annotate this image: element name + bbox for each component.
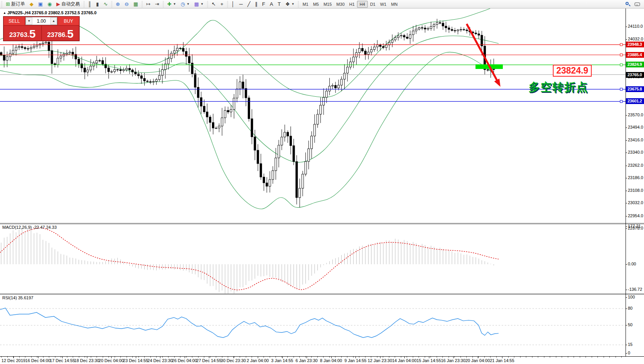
charts-profile-button[interactable]: ▣ xyxy=(36,0,45,8)
new-order-button[interactable]: ⊞新订单 xyxy=(3,0,27,8)
line-chart-button[interactable]: ∿ xyxy=(101,0,110,8)
sell-button[interactable]: SELL xyxy=(3,17,25,25)
bear-candle xyxy=(442,23,444,26)
timeframe-w1-button[interactable]: W1 xyxy=(378,1,389,8)
horizontal-line-button[interactable]: ─ xyxy=(237,0,245,8)
line-anchor-marker[interactable] xyxy=(620,100,622,102)
price-tick-label: 0.00 xyxy=(628,262,636,266)
fibonacci-button[interactable]: F xyxy=(260,0,267,8)
timeframe-m30-button[interactable]: M30 xyxy=(334,1,347,8)
dropdown-caret-icon[interactable]: ▼ xyxy=(291,2,294,6)
time-tick-label: 24 Dec 23:30 xyxy=(147,358,172,363)
price-badge: 23824.9 xyxy=(626,62,644,67)
macd-signal-line xyxy=(0,228,499,290)
volume-increase-button[interactable]: ▲ xyxy=(50,17,57,25)
timeframe-d1-button[interactable]: D1 xyxy=(368,1,378,8)
time-minor-tick xyxy=(61,357,61,357)
time-minor-tick xyxy=(13,357,13,357)
time-minor-tick xyxy=(556,357,556,357)
price-pane[interactable] xyxy=(0,8,626,223)
bull-candle xyxy=(460,29,462,30)
dropdown-caret-icon[interactable]: ▼ xyxy=(187,2,190,6)
time-minor-tick xyxy=(490,357,491,357)
macd-pane[interactable] xyxy=(0,224,626,294)
templates-button[interactable]: ▩▼ xyxy=(192,0,206,8)
line-anchor-marker[interactable] xyxy=(620,54,622,56)
bear-candle xyxy=(143,79,145,81)
bear-candle xyxy=(263,177,265,183)
time-minor-tick xyxy=(85,357,85,357)
bull-candle xyxy=(269,179,271,186)
time-minor-tick xyxy=(222,357,222,357)
crosshair-button[interactable]: + xyxy=(218,0,226,8)
bear-candle xyxy=(266,183,268,186)
line-anchor-marker[interactable] xyxy=(620,64,622,66)
label-button[interactable]: T xyxy=(275,0,283,8)
tile-windows-button[interactable]: ▦ xyxy=(131,0,140,8)
search-icon[interactable] xyxy=(625,2,631,7)
zoom-out-button[interactable]: ⊖ xyxy=(122,0,131,8)
timeframe-m15-button[interactable]: M15 xyxy=(321,1,334,8)
bull-candle xyxy=(113,69,115,72)
bull-candle xyxy=(6,57,8,60)
cursor-button[interactable]: ↖ xyxy=(209,0,218,8)
bear-candle xyxy=(147,81,148,82)
bear-candle xyxy=(78,59,80,64)
rsi-chart[interactable] xyxy=(0,295,626,356)
toolbar-grip xyxy=(0,1,3,7)
macd-chart[interactable] xyxy=(0,224,626,294)
timeframe-m1-button[interactable]: M1 xyxy=(300,1,310,8)
line-anchor-marker[interactable] xyxy=(620,88,622,91)
time-minor-tick xyxy=(353,357,354,357)
volume-decrease-button[interactable]: ▼ xyxy=(26,17,32,25)
time-minor-tick xyxy=(437,357,437,357)
time-minor-tick xyxy=(621,357,622,357)
dropdown-caret-icon[interactable]: ▼ xyxy=(173,2,176,6)
timeframe-m5-button[interactable]: M5 xyxy=(311,1,321,8)
bear-candle xyxy=(185,51,187,56)
time-minor-tick xyxy=(413,357,413,357)
indicators-button[interactable]: ✚▼ xyxy=(165,0,179,8)
time-tick-label: 30 Dec 23:30 xyxy=(221,358,246,363)
text-button[interactable]: A xyxy=(267,0,275,8)
trendline-button[interactable]: ╱ xyxy=(245,0,253,8)
candlestick-chart-button[interactable]: ▮ xyxy=(94,0,101,8)
periods-button[interactable]: ◷▼ xyxy=(179,0,192,8)
volume-input[interactable] xyxy=(32,17,50,25)
buy-button[interactable]: BUY xyxy=(58,17,79,25)
timeframe-h1-button[interactable]: H1 xyxy=(347,1,357,8)
candlestick-chart[interactable] xyxy=(0,8,626,223)
line-chart-icon: ∿ xyxy=(103,0,108,8)
trend-arrow[interactable] xyxy=(467,24,499,85)
bear-candle xyxy=(203,106,205,112)
collapse-triangle-icon[interactable]: ▲ xyxy=(3,11,6,15)
line-anchor-marker[interactable] xyxy=(620,44,622,46)
time-minor-tick xyxy=(389,357,389,357)
price-tick xyxy=(626,191,627,191)
timeframe-h4-button[interactable]: H4 xyxy=(357,1,368,8)
time-minor-tick xyxy=(198,357,199,357)
price-callout-label[interactable]: 23824.9 xyxy=(553,65,592,77)
time-minor-tick xyxy=(305,357,306,357)
time-minor-tick xyxy=(544,357,544,357)
rsi-pane[interactable] xyxy=(0,295,626,356)
zoom-in-button[interactable]: ⊕ xyxy=(113,0,122,8)
chart-shift-button[interactable]: ⇥ xyxy=(153,0,162,8)
bar-chart-button[interactable]: ║ xyxy=(86,0,94,8)
vertical-line-button[interactable]: │ xyxy=(229,0,237,8)
auto-scroll-button[interactable]: ↦ xyxy=(144,0,153,8)
pivot-note-text[interactable]: 多空转折点 xyxy=(529,80,588,95)
dropdown-caret-icon[interactable]: ▼ xyxy=(200,2,204,6)
time-tick-label: 12 Dec 2019 xyxy=(2,358,25,363)
navigator-button[interactable]: ◉ xyxy=(45,0,54,8)
shapes-button[interactable]: ❖▼ xyxy=(283,0,297,8)
autotrading-button[interactable]: ▶自动交易 xyxy=(54,0,82,8)
metaeditor-button[interactable]: ◆ xyxy=(27,0,36,8)
timeframe-mn-button[interactable]: MN xyxy=(389,1,400,8)
buy-price[interactable]: 23786. 5 xyxy=(42,26,79,40)
time-tick-label: 2 Jan 04:00 xyxy=(247,358,269,363)
sell-price[interactable]: 23763. 5 xyxy=(4,26,41,40)
equidistant-channel-button[interactable]: ∥ xyxy=(253,0,260,8)
chart-window[interactable]: ▲ JPN225-,H4 23765.0 23802.5 23752.5 237… xyxy=(0,8,644,364)
chat-icon[interactable] xyxy=(634,2,640,6)
